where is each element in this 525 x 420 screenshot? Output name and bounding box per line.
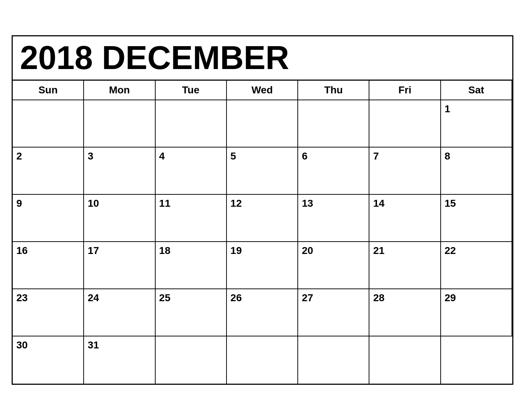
day-cell-18: 18: [156, 242, 227, 289]
day-number: 21: [373, 245, 436, 257]
day-cell-25: 25: [156, 289, 227, 336]
day-number: 25: [159, 292, 223, 304]
day-header-wed: Wed: [227, 81, 298, 100]
day-cell-4: 4: [156, 148, 227, 195]
day-number: 29: [445, 292, 508, 304]
day-number: 9: [16, 198, 80, 209]
day-header-fri: Fri: [369, 81, 441, 100]
day-cell-15: 15: [441, 195, 512, 242]
day-cell-10: 10: [84, 195, 155, 242]
day-number: 12: [231, 198, 294, 209]
empty-cell: [298, 100, 369, 148]
empty-cell: [369, 100, 441, 148]
day-cell-1: 1: [441, 100, 512, 148]
day-number: 22: [445, 245, 508, 257]
day-number: 8: [445, 150, 508, 162]
day-number: 23: [16, 292, 80, 304]
day-number: 11: [159, 198, 223, 209]
day-number: 26: [231, 292, 294, 304]
day-number: 16: [16, 245, 80, 257]
day-number: 10: [88, 198, 151, 209]
day-cell-7: 7: [369, 148, 441, 195]
calendar-grid: Sun Mon Tue Wed Thu Fri Sat 1 2 3 4 5 6 …: [13, 81, 512, 384]
day-number: 6: [302, 150, 365, 162]
day-cell-8: 8: [441, 148, 512, 195]
calendar: 2018 DECEMBER Sun Mon Tue Wed Thu Fri Sa…: [12, 35, 513, 385]
day-cell-19: 19: [227, 242, 298, 289]
day-number: 19: [231, 245, 294, 257]
day-number: 31: [88, 339, 151, 351]
day-cell-26: 26: [227, 289, 298, 336]
day-number: 15: [445, 198, 508, 209]
empty-cell: [298, 336, 369, 384]
day-number: 27: [302, 292, 365, 304]
empty-cell: [227, 336, 298, 384]
day-cell-5: 5: [227, 148, 298, 195]
day-cell-2: 2: [13, 148, 84, 195]
day-cell-30: 30: [13, 336, 84, 384]
day-header-sat: Sat: [441, 81, 512, 100]
day-cell-22: 22: [441, 242, 512, 289]
empty-cell: [13, 100, 84, 148]
day-number: 3: [88, 150, 151, 162]
empty-cell: [369, 336, 441, 384]
day-cell-31: 31: [84, 336, 155, 384]
day-cell-16: 16: [13, 242, 84, 289]
day-header-mon: Mon: [84, 81, 155, 100]
day-number: 18: [159, 245, 223, 257]
day-cell-11: 11: [156, 195, 227, 242]
day-cell-28: 28: [369, 289, 441, 336]
day-header-tue: Tue: [156, 81, 227, 100]
day-number: 30: [16, 339, 80, 351]
day-number: 2: [16, 150, 80, 162]
day-number: 14: [373, 198, 436, 209]
day-cell-17: 17: [84, 242, 155, 289]
calendar-title: 2018 DECEMBER: [13, 36, 512, 81]
day-cell-13: 13: [298, 195, 369, 242]
day-cell-14: 14: [369, 195, 441, 242]
day-number: 5: [231, 150, 294, 162]
day-number: 7: [373, 150, 436, 162]
day-number: 1: [445, 103, 508, 115]
day-cell-29: 29: [441, 289, 512, 336]
day-cell-12: 12: [227, 195, 298, 242]
empty-cell: [156, 336, 227, 384]
day-number: 28: [373, 292, 436, 304]
day-cell-21: 21: [369, 242, 441, 289]
day-number: 20: [302, 245, 365, 257]
day-cell-24: 24: [84, 289, 155, 336]
empty-cell: [441, 336, 512, 384]
day-cell-23: 23: [13, 289, 84, 336]
day-cell-6: 6: [298, 148, 369, 195]
day-number: 24: [88, 292, 151, 304]
empty-cell: [227, 100, 298, 148]
day-cell-3: 3: [84, 148, 155, 195]
day-header-sun: Sun: [13, 81, 84, 100]
day-number: 4: [159, 150, 223, 162]
day-cell-27: 27: [298, 289, 369, 336]
day-number: 17: [88, 245, 151, 257]
day-number: 13: [302, 198, 365, 209]
empty-cell: [156, 100, 227, 148]
day-cell-20: 20: [298, 242, 369, 289]
day-cell-9: 9: [13, 195, 84, 242]
empty-cell: [84, 100, 155, 148]
day-header-thu: Thu: [298, 81, 369, 100]
